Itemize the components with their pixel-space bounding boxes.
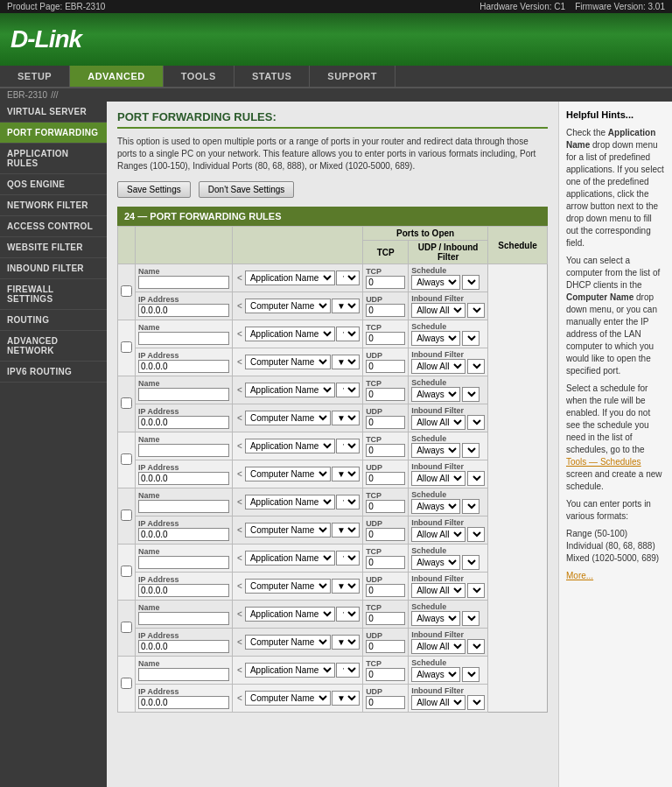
row-0-app-select[interactable]: Application Name <box>245 271 335 285</box>
row-4-udp-input[interactable] <box>366 528 405 541</box>
row-3-schedule-select[interactable]: Always <box>411 443 460 458</box>
row-6-inbound-arrow[interactable]: ▼ <box>467 639 485 654</box>
row-3-schedule-arrow[interactable]: ▼ <box>462 443 480 458</box>
sidebar-item-advanced-network[interactable]: ADVANCED NETWORK <box>0 331 107 362</box>
row-4-schedule-select[interactable]: Always <box>411 499 460 514</box>
sidebar-item-ipv6-routing[interactable]: IPV6 ROUTING <box>0 362 107 383</box>
sidebar-item-port-forwarding[interactable]: PORT FORWARDING <box>0 123 107 144</box>
row-4-inbound-select[interactable]: Allow All <box>411 527 466 542</box>
row-4-name-input[interactable] <box>138 500 229 513</box>
row-2-comp-select2[interactable]: ▼ <box>332 411 360 425</box>
row-2-udp-input[interactable] <box>366 416 405 429</box>
sidebar-item-inbound-filter[interactable]: INBOUND FILTER <box>0 258 107 279</box>
row-6-app-select[interactable]: Application Name <box>245 607 335 622</box>
row-0-tcp-input[interactable] <box>366 276 405 289</box>
row-6-comp-select2[interactable]: ▼ <box>332 635 360 650</box>
row-7-app-select2[interactable]: ▼ <box>336 663 360 678</box>
row-0-app-select2[interactable]: ▼ <box>336 271 360 285</box>
row-2-comp-select[interactable]: Computer Name <box>245 411 331 425</box>
more-link[interactable]: More... <box>566 571 593 580</box>
row-3-name-input[interactable] <box>138 444 229 457</box>
row-7-comp-select2[interactable]: ▼ <box>332 691 360 706</box>
row-5-name-input[interactable] <box>138 556 229 569</box>
row-3-inbound-arrow[interactable]: ▼ <box>467 471 485 486</box>
row-6-app-select2[interactable]: ▼ <box>336 607 360 622</box>
row-1-name-input[interactable] <box>138 332 229 345</box>
row-7-app-select[interactable]: Application Name <box>245 663 335 678</box>
row-4-schedule-arrow[interactable]: ▼ <box>462 499 480 514</box>
row-6-name-input[interactable] <box>138 612 229 625</box>
row-4-ip-input[interactable] <box>138 528 229 541</box>
row-4-app-select[interactable]: Application Name <box>245 495 335 509</box>
row-1-app-select[interactable]: Application Name <box>245 327 335 341</box>
row-7-udp-input[interactable] <box>366 696 405 709</box>
save-settings-button[interactable]: Save Settings <box>117 181 191 198</box>
row-5-comp-select2[interactable]: ▼ <box>332 579 360 594</box>
row-5-comp-select[interactable]: Computer Name <box>245 579 331 594</box>
row-7-inbound-arrow[interactable]: ▼ <box>467 695 485 710</box>
row-7-ip-input[interactable] <box>138 696 229 709</box>
row-4-inbound-arrow[interactable]: ▼ <box>467 527 485 542</box>
row-2-inbound-arrow[interactable]: ▼ <box>467 415 485 430</box>
row-3-app-select[interactable]: Application Name <box>245 439 335 453</box>
row-7-checkbox[interactable] <box>121 678 132 689</box>
row-2-app-select[interactable]: Application Name <box>245 383 335 397</box>
row-5-checkbox[interactable] <box>121 566 132 577</box>
row-5-schedule-select[interactable]: Always <box>411 555 460 570</box>
row-0-comp-select2[interactable]: ▼ <box>332 299 360 313</box>
sidebar-item-access-control[interactable]: ACCESS CONTROL <box>0 216 107 237</box>
row-2-tcp-input[interactable] <box>366 388 405 401</box>
row-6-checkbox[interactable] <box>121 622 132 633</box>
row-1-checkbox[interactable] <box>121 341 132 353</box>
row-5-schedule-arrow[interactable]: ▼ <box>462 555 480 570</box>
row-7-tcp-input[interactable] <box>366 668 405 681</box>
row-5-app-select[interactable]: Application Name <box>245 551 335 566</box>
row-1-comp-select[interactable]: Computer Name <box>245 355 331 369</box>
row-2-schedule-select[interactable]: Always <box>411 387 460 402</box>
tab-advanced[interactable]: ADVANCED <box>70 66 164 87</box>
row-3-app-select2[interactable]: ▼ <box>336 439 360 453</box>
row-3-inbound-select[interactable]: Allow All <box>411 471 466 486</box>
tab-status[interactable]: STATUS <box>234 66 310 87</box>
row-2-checkbox[interactable] <box>121 397 132 409</box>
row-5-ip-input[interactable] <box>138 584 229 597</box>
row-2-app-select2[interactable]: ▼ <box>336 383 360 397</box>
row-5-app-select2[interactable]: ▼ <box>336 551 360 566</box>
row-3-comp-select[interactable]: Computer Name <box>245 467 331 481</box>
row-5-udp-input[interactable] <box>366 584 405 597</box>
row-0-ip-input[interactable] <box>138 304 229 317</box>
row-7-name-input[interactable] <box>138 668 229 681</box>
row-6-inbound-select[interactable]: Allow All <box>411 639 466 654</box>
sidebar-item-routing[interactable]: ROUTING <box>0 310 107 331</box>
row-3-comp-select2[interactable]: ▼ <box>332 467 360 481</box>
row-4-tcp-input[interactable] <box>366 500 405 513</box>
row-6-tcp-input[interactable] <box>366 612 405 625</box>
row-7-comp-select[interactable]: Computer Name <box>245 691 331 706</box>
sidebar-item-website-filter[interactable]: WEBSITE FILTER <box>0 237 107 258</box>
row-6-schedule-select[interactable]: Always <box>411 611 460 626</box>
row-6-comp-select[interactable]: Computer Name <box>245 635 331 650</box>
row-1-udp-input[interactable] <box>366 360 405 373</box>
row-2-ip-input[interactable] <box>138 416 229 429</box>
row-2-inbound-select[interactable]: Allow All <box>411 415 466 430</box>
row-3-tcp-input[interactable] <box>366 444 405 457</box>
row-2-schedule-arrow[interactable]: ▼ <box>462 387 480 402</box>
row-4-app-select2[interactable]: ▼ <box>336 495 360 509</box>
row-3-ip-input[interactable] <box>138 472 229 485</box>
row-0-comp-select[interactable]: Computer Name <box>245 299 331 313</box>
row-0-schedule-arrow[interactable]: ▼ <box>462 275 480 290</box>
row-4-checkbox[interactable] <box>121 509 132 521</box>
row-3-checkbox[interactable] <box>121 453 132 465</box>
row-4-comp-select2[interactable]: ▼ <box>332 523 360 538</box>
row-0-inbound-arrow[interactable]: ▼ <box>467 303 485 318</box>
row-1-comp-select2[interactable]: ▼ <box>332 355 360 369</box>
row-6-ip-input[interactable] <box>138 640 229 653</box>
row-1-app-select2[interactable]: ▼ <box>336 327 360 341</box>
sidebar-item-application-rules[interactable]: APPLICATION RULES <box>0 144 107 174</box>
tools-schedules-link[interactable]: Tools — Schedules <box>566 457 641 467</box>
row-5-inbound-select[interactable]: Allow All <box>411 583 466 598</box>
row-1-ip-input[interactable] <box>138 360 229 373</box>
row-1-inbound-arrow[interactable]: ▼ <box>467 359 485 374</box>
row-7-schedule-arrow[interactable]: ▼ <box>462 667 480 682</box>
row-7-inbound-select[interactable]: Allow All <box>411 695 466 710</box>
